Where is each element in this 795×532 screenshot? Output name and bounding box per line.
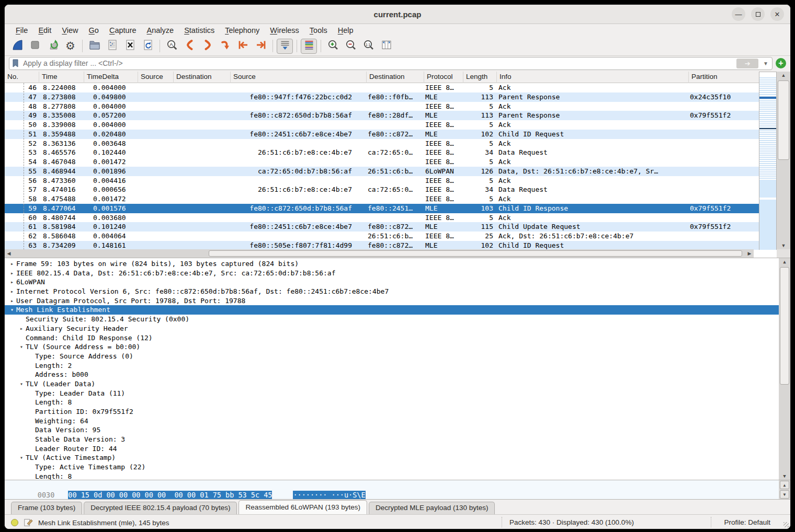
status-profile[interactable]: Profile: Default [724,518,770,526]
column-header-timedelta[interactable]: TimeDelta [84,72,138,83]
detail-row[interactable]: ▸Frame 59: 103 bytes on wire (824 bits),… [5,259,779,269]
start-capture-button[interactable] [9,39,25,54]
scroll-up-arrow-icon[interactable]: ▲ [780,481,789,489]
tree-collapsed-icon[interactable]: ▸ [8,269,16,278]
packet-row-49[interactable]: 498.3350080.057200fe80::c872:650d:b7b8:5… [5,111,767,120]
apply-filter-button[interactable]: ➔ [736,59,758,68]
menu-view[interactable]: View [57,25,83,36]
auto-scroll-button[interactable] [277,39,293,54]
detail-row[interactable]: Type: Leader Data (11) [5,389,779,398]
menu-edit[interactable]: Edit [33,25,56,36]
horizontal-scroll-thumb[interactable] [209,250,742,257]
menu-analyze[interactable]: Analyze [142,25,179,36]
menu-go[interactable]: Go [84,25,104,36]
packet-list-vertical-scrollbar[interactable]: ▲ ▼ [777,72,790,250]
tree-collapsed-icon[interactable]: ▸ [8,296,16,306]
detail-row[interactable]: Command: Child ID Response (12) [5,333,779,343]
save-file-button[interactable] [104,39,120,54]
tree-collapsed-icon[interactable]: ▸ [8,287,16,296]
detail-row[interactable]: ▾TLV (Source Address = b0:00) [5,342,779,352]
close-file-button[interactable] [122,39,138,54]
column-header-partition[interactable]: Partition [689,72,767,83]
details-scroll-thumb[interactable] [780,267,789,385]
column-header-info[interactable]: Info [497,72,689,83]
tree-collapsed-icon[interactable]: ▸ [8,277,16,287]
scroll-up-arrow-icon[interactable]: ▲ [777,72,790,79]
go-to-packet-button[interactable] [217,39,233,54]
column-header-source[interactable]: Source [138,72,174,83]
reload-file-button[interactable] [140,39,156,54]
menu-tools[interactable]: Tools [305,25,332,36]
tree-expanded-icon[interactable]: ▾ [17,453,26,462]
menu-help[interactable]: Help [333,25,358,36]
expert-info-icon[interactable] [11,519,18,526]
scroll-down-arrow-icon[interactable]: ▼ [779,472,790,480]
tree-collapsed-icon[interactable]: ▸ [8,259,16,269]
detail-row[interactable]: Security Suite: 802.15.4 Security (0x00) [5,315,779,324]
detail-row[interactable]: Length: 2 [5,361,779,371]
detail-row[interactable]: Length: 8 [5,472,779,480]
column-header-source2[interactable]: Source [231,72,367,83]
packet-row-47[interactable]: 478.2738080.049800fe80::947f:f476:22bc:c… [5,92,767,102]
tree-collapsed-icon[interactable]: ▸ [17,324,26,333]
resize-grip[interactable] [783,522,789,527]
detail-row[interactable]: Data Version: 95 [5,425,779,435]
packet-list-scroll-thumb[interactable] [778,80,789,160]
detail-row[interactable]: ▾Mesh Link Establishment [5,305,790,315]
packet-row-50[interactable]: 508.3390080.004000IEEE 8…5Ack [5,120,767,130]
packet-row-60[interactable]: 608.4807440.003680IEEE 8…5Ack [5,213,767,223]
column-header-destination[interactable]: Destination [174,72,231,83]
bytes-vertical-scrollbar[interactable]: ▲ ▼ [779,480,790,499]
maximize-button[interactable] [751,7,765,21]
detail-row[interactable]: Length: 8 [5,398,779,407]
column-header-time[interactable]: Time [39,72,84,83]
hex-ascii-selected[interactable]: ········ ···u·S\E [293,491,365,499]
detail-row[interactable]: ▾TLV (Leader Data) [5,379,779,389]
packet-row-57[interactable]: 578.4740160.00065626:51:c6:b7:e8:ce:4b:e… [5,185,767,194]
detail-row[interactable]: ▸IEEE 802.15.4 Data, Dst: 26:51:c6:b7:e8… [5,269,779,278]
intelligent-scrollbar-minimap[interactable] [759,72,777,250]
titlebar[interactable]: current.pcap — ✕ [5,5,790,24]
packet-row-55[interactable]: 558.4689440.001896ca:72:65:0d:b7:b8:56:a… [5,167,767,176]
scroll-left-arrow-icon[interactable]: ◀ [5,249,13,258]
packet-row-53[interactable]: 538.4655760.10244026:51:c6:b7:e8:ce:4b:e… [5,148,767,157]
column-header-no[interactable]: No. [5,72,39,83]
detail-row[interactable]: Partition ID: 0x79f551f2 [5,407,779,417]
column-header-length[interactable]: Length [463,72,497,83]
packet-list-horizontal-scrollbar[interactable]: ◀ ▶ [5,249,754,258]
packet-row-56[interactable]: 568.4733600.004416IEEE 8…5Ack [5,176,767,186]
minimize-button[interactable]: — [732,7,745,21]
menu-wireless[interactable]: Wireless [265,25,304,36]
filter-dropdown-chevron-icon[interactable]: ▼ [762,61,770,66]
hex-bytes-selected[interactable]: 00 15 0d 00 00 00 00 00 00 00 01 75 bb 5… [68,491,272,499]
capture-options-button[interactable]: ⚙ [62,39,78,54]
packet-row-58[interactable]: 588.4754880.001472IEEE 8…5Ack [5,194,767,204]
packet-row-61[interactable]: 618.5819840.101240fe80::2451:c6b7:e8ce:4… [5,222,767,232]
byte-tab-2[interactable]: Reassembled 6LoWPAN (193 bytes) [238,500,367,514]
packet-row-52[interactable]: 528.3631360.003648IEEE 8…5Ack [5,139,767,148]
packet-row-51[interactable]: 518.3594880.020480fe80::2451:c6b7:e8ce:4… [5,130,767,139]
detail-row[interactable]: ▸Internet Protocol Version 6, Src: fe80:… [5,287,779,296]
tree-expanded-icon[interactable]: ▾ [17,379,26,389]
close-button[interactable]: ✕ [770,7,784,21]
display-filter-box[interactable]: ➔ ▼ [9,57,773,70]
last-packet-button[interactable] [253,39,269,54]
detail-row[interactable]: Type: Active Timestamp (22) [5,462,779,472]
stop-capture-button[interactable] [27,39,43,54]
detail-row[interactable]: Type: Source Address (0) [5,352,779,361]
go-forward-button[interactable] [199,39,215,54]
detail-row[interactable]: ▾TLV (Active Timestamp) [5,453,779,462]
menu-statistics[interactable]: Statistics [179,25,219,36]
first-packet-button[interactable] [235,39,251,54]
tree-expanded-icon[interactable]: ▾ [17,342,26,352]
zoom-out-button[interactable] [343,39,359,54]
packet-row-59[interactable]: 598.4770640.001576fe80::c872:650d:b7b8:5… [5,204,767,213]
detail-row[interactable]: ▸Auxiliary Security Header [5,324,779,333]
menu-capture[interactable]: Capture [105,25,141,36]
tree-expanded-icon[interactable]: ▾ [8,305,16,315]
go-back-button[interactable] [181,39,198,54]
packet-row-48[interactable]: 488.2778080.004000IEEE 8…5Ack [5,102,767,111]
packet-row-63[interactable]: 638.7342090.148161fe80::505e:f807:7f81:4… [5,241,767,250]
zoom-in-button[interactable] [325,39,341,54]
menu-telephony[interactable]: Telephony [220,25,264,36]
